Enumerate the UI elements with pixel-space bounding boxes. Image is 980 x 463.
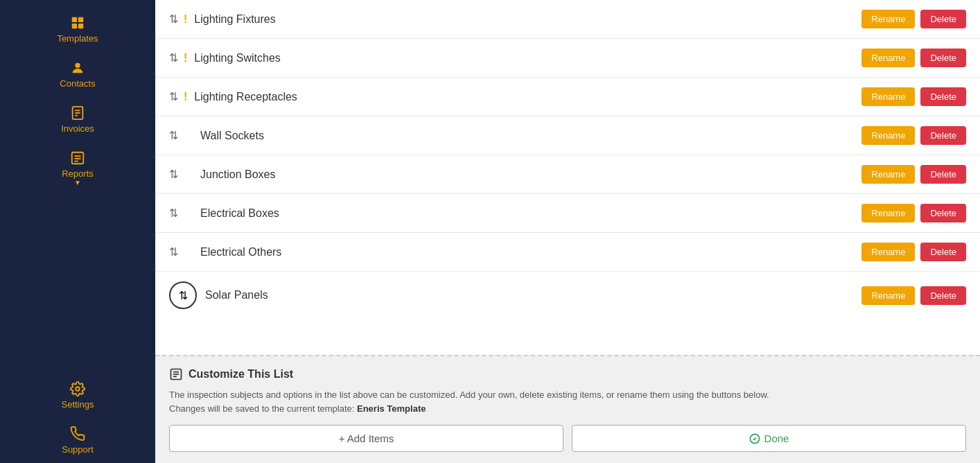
list-item: ⇅ Electrical Others Rename Delete — [155, 233, 980, 272]
delete-button[interactable]: Delete — [920, 49, 966, 67]
item-name: Solar Panels — [205, 289, 861, 302]
drag-handle-icon[interactable]: ⇅ — [169, 90, 178, 103]
reports-icon — [70, 150, 85, 166]
sidebar-item-templates[interactable]: Templates — [0, 7, 155, 52]
svg-point-4 — [75, 63, 80, 68]
invoices-icon — [70, 105, 85, 121]
item-name: Lighting Receptacles — [194, 91, 861, 103]
sidebar-label-contacts: Contacts — [60, 78, 95, 89]
customize-desc-text: The inspection subjects and options in t… — [169, 390, 769, 400]
delete-button[interactable]: Delete — [920, 243, 966, 261]
rename-button[interactable]: Rename — [861, 165, 915, 184]
item-name: Lighting Switches — [194, 52, 861, 64]
sidebar-item-contacts[interactable]: Contacts — [0, 52, 155, 97]
item-name: Lighting Fixtures — [194, 13, 861, 26]
rename-button[interactable]: Rename — [861, 126, 915, 145]
delete-button[interactable]: Delete — [920, 10, 966, 28]
delete-button[interactable]: Delete — [920, 165, 966, 184]
rename-button[interactable]: Rename — [861, 243, 915, 261]
sidebar-label-templates: Templates — [57, 33, 98, 44]
list-item: ⇅ ! Lighting Receptacles Rename Delete — [155, 78, 980, 116]
warning-icon: ! — [184, 52, 187, 64]
item-name: Electrical Boxes — [200, 207, 861, 220]
customize-desc-text2: Changes will be saved to the current tem… — [169, 403, 354, 414]
list-container: ⇅ ! Lighting Fixtures Rename Delete ⇅ ! … — [155, 0, 980, 355]
list-item: ⇅ Solar Panels Rename Delete — [155, 272, 980, 319]
svg-rect-0 — [72, 17, 77, 22]
sidebar-item-invoices[interactable]: Invoices — [0, 97, 155, 142]
svg-point-13 — [76, 387, 80, 391]
add-items-button[interactable]: + Add Items — [169, 425, 563, 452]
list-item: ⇅ ! Lighting Switches Rename Delete — [155, 39, 980, 78]
sidebar-label-settings: Settings — [62, 399, 94, 410]
add-items-label: + Add Items — [339, 433, 394, 444]
warning-icon: ! — [184, 91, 187, 103]
action-buttons: + Add Items Done — [169, 425, 966, 452]
customize-description: The inspection subjects and options in t… — [169, 388, 966, 415]
main-content: ⇅ ! Lighting Fixtures Rename Delete ⇅ ! … — [155, 0, 980, 463]
rename-button[interactable]: Rename — [861, 49, 915, 67]
warning-icon: ! — [184, 13, 187, 26]
sidebar: Templates Contacts Invoices Reports ▼ — [0, 0, 155, 463]
sidebar-item-support[interactable]: Support — [0, 418, 155, 463]
svg-rect-2 — [72, 24, 77, 28]
list-item: ⇅ ! Lighting Fixtures Rename Delete — [155, 0, 980, 39]
drag-handle-icon[interactable]: ⇅ — [169, 168, 178, 181]
template-icon — [70, 15, 85, 30]
rename-button[interactable]: Rename — [861, 286, 915, 305]
rename-button[interactable]: Rename — [861, 204, 915, 222]
svg-rect-3 — [78, 24, 83, 28]
settings-icon — [70, 381, 85, 396]
sidebar-item-reports[interactable]: Reports ▼ — [0, 142, 155, 195]
rename-button[interactable]: Rename — [861, 10, 915, 28]
drag-handle-icon[interactable]: ⇅ — [169, 245, 178, 259]
done-label: Done — [764, 433, 789, 444]
sidebar-label-reports: Reports — [62, 168, 94, 179]
drag-handle-icon[interactable]: ⇅ — [169, 12, 178, 26]
delete-button[interactable]: Delete — [920, 204, 966, 222]
sidebar-label-support: Support — [62, 444, 94, 455]
support-icon — [70, 426, 85, 442]
list-item: ⇅ Electrical Boxes Rename Delete — [155, 194, 980, 233]
drag-handle-icon[interactable]: ⇅ — [179, 289, 188, 302]
item-name: Electrical Others — [200, 246, 861, 259]
contacts-icon — [70, 60, 85, 76]
list-item: ⇅ Wall Sockets Rename Delete — [155, 116, 980, 155]
drag-handle-icon[interactable]: ⇅ — [169, 51, 178, 64]
delete-button[interactable]: Delete — [920, 126, 966, 145]
list-item: ⇅ Junction Boxes Rename Delete — [155, 155, 980, 194]
sidebar-item-settings[interactable]: Settings — [0, 373, 155, 418]
item-name: Wall Sockets — [200, 130, 861, 142]
reports-chevron: ▼ — [74, 179, 81, 186]
drag-handle-icon[interactable]: ⇅ — [169, 207, 178, 220]
customize-title: Customize This List — [169, 367, 966, 381]
drag-handle-icon[interactable]: ⇅ — [169, 129, 178, 142]
item-name: Junction Boxes — [200, 168, 861, 181]
rename-button[interactable]: Rename — [861, 87, 915, 106]
delete-button[interactable]: Delete — [920, 87, 966, 106]
sidebar-label-invoices: Invoices — [61, 123, 94, 134]
checkmark-icon — [749, 433, 760, 444]
drag-cursor-indicator: ⇅ — [169, 281, 197, 309]
svg-rect-1 — [78, 17, 83, 22]
customize-title-text: Customize This List — [189, 368, 293, 381]
delete-button[interactable]: Delete — [920, 286, 966, 305]
template-name: Eneris Template — [357, 403, 426, 414]
list-icon — [169, 367, 183, 381]
customize-section: Customize This List The inspection subje… — [155, 355, 980, 463]
done-button[interactable]: Done — [572, 425, 966, 452]
